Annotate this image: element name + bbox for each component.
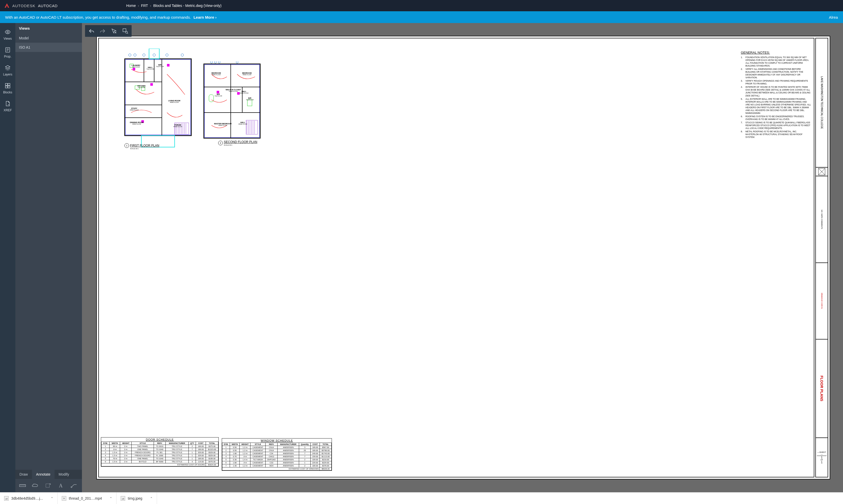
bottom-tabs: Draw Annotate Modify xyxy=(15,470,82,479)
svg-rect-45 xyxy=(133,68,135,70)
drawing-sheet: LAUNDRYTILE FLOOR HALLTILE FLOOR B/RTILE… xyxy=(96,36,830,480)
svg-point-72 xyxy=(210,61,212,63)
plan1-circle: 1 xyxy=(124,143,129,148)
plan2-title: SECOND FLOOR PLAN xyxy=(224,140,257,144)
svg-point-75 xyxy=(236,61,238,63)
room-hall3: HALLHRWD FLOOR xyxy=(238,122,247,125)
text-icon[interactable]: A xyxy=(57,482,65,489)
room-bedroom2: BEDROOMHRWD FLOOR xyxy=(242,72,252,75)
download-item[interactable]: thread_0_201....mp4 ⌃ xyxy=(58,492,117,504)
door-schedule: DOOR SCHEDULE SYM.WIDTHHEIGHTSTYLEREF#MA… xyxy=(101,437,219,467)
download-item[interactable]: 3db48e4d5bd9....j... ⌃ xyxy=(0,492,58,504)
autodesk-logo-icon xyxy=(4,2,10,9)
room-porum: PORUMHRWD FLOOR xyxy=(173,124,182,127)
window-schedule: WINDOW SCHEDULE SYM.WIDTHHEIGHTSTYLEREF#… xyxy=(222,438,332,471)
redo-button[interactable] xyxy=(97,26,108,36)
svg-point-54 xyxy=(181,54,184,56)
svg-rect-61 xyxy=(246,120,258,134)
left-rail: Views Prop. Layers Blocks XREF xyxy=(0,23,15,492)
download-strip: 3db48e4d5bd9....j... ⌃ thread_0_201....m… xyxy=(0,492,843,504)
room-master: MASTER BEDROOMHRWD FLOOR xyxy=(214,123,231,126)
svg-rect-82 xyxy=(121,497,125,500)
rail-views[interactable]: Views xyxy=(0,25,15,43)
clear-select-button[interactable] xyxy=(108,26,119,36)
chevron-up-icon: ⌃ xyxy=(109,497,112,500)
side-panel: Views Model ISO A1 Draw Annotate Modify … xyxy=(15,23,82,492)
breadcrumb-home[interactable]: Home xyxy=(126,4,136,8)
download-item[interactable]: timg.jpeg ⌃ xyxy=(117,492,157,504)
zoom-window-button[interactable] xyxy=(120,26,131,36)
svg-point-21 xyxy=(125,31,127,33)
breadcrumb: Home › FRT › Blocks and Tables - Metric.… xyxy=(126,4,222,8)
leader-icon[interactable] xyxy=(70,482,78,489)
svg-rect-79 xyxy=(5,497,8,500)
room-living: LIVING ROOMHRWD FLOOR xyxy=(168,100,180,103)
viewport-toolbar xyxy=(85,25,132,37)
room-hall2: HALLHRWD FLOOR xyxy=(240,91,248,94)
title-block: LAKE WASHINGTON TECHNICAL COLLEGE NO. DA… xyxy=(815,38,828,478)
view-item-isoa1[interactable]: ISO A1 xyxy=(15,43,82,52)
layers-icon xyxy=(4,65,11,71)
learn-more-link[interactable]: Learn More › xyxy=(194,15,217,19)
room-walkin: WALK-IN CLOSETHRWD FLOOR xyxy=(226,89,241,92)
tab-draw[interactable]: Draw xyxy=(15,470,32,479)
svg-rect-71 xyxy=(237,92,240,95)
svg-point-52 xyxy=(153,54,155,56)
chevron-up-icon: ⌃ xyxy=(150,497,153,500)
image-file-icon xyxy=(4,496,9,501)
svg-rect-70 xyxy=(217,91,219,93)
svg-point-53 xyxy=(166,54,168,56)
revcloud-icon[interactable] xyxy=(32,482,39,489)
svg-line-22 xyxy=(127,33,128,34)
rect-select-icon[interactable] xyxy=(45,482,52,489)
image-file-icon xyxy=(121,496,125,501)
brand-primary: AUTODESK xyxy=(12,4,35,8)
measure-icon[interactable] xyxy=(19,482,26,489)
eye-icon xyxy=(4,29,11,35)
svg-point-0 xyxy=(7,31,8,33)
breadcrumb-frt[interactable]: FRT xyxy=(141,4,148,8)
subscription-banner: With an AutoCAD or AutoCAD LT subscripti… xyxy=(0,11,843,23)
svg-rect-20 xyxy=(123,29,126,32)
undo-button[interactable] xyxy=(86,26,97,36)
properties-icon xyxy=(4,47,11,53)
viewport[interactable]: LAUNDRYTILE FLOOR HALLTILE FLOOR B/RTILE… xyxy=(82,23,843,492)
rail-layers[interactable]: Layers xyxy=(0,61,15,79)
side-panel-title: Views xyxy=(15,23,82,34)
svg-point-49 xyxy=(128,54,131,56)
svg-rect-69 xyxy=(247,100,252,106)
view-item-model[interactable]: Model xyxy=(15,34,82,43)
room-br2: B/RTILE FLOOR xyxy=(214,93,222,97)
second-floor-plan: BEDROOMHRWD FLOOR BEDROOMHRWD FLOOR WALK… xyxy=(201,61,263,148)
plan2-circle: 2 xyxy=(218,141,223,145)
svg-rect-46 xyxy=(150,83,153,86)
tab-modify[interactable]: Modify xyxy=(54,470,73,479)
room-hall: HALLTILE FLOOR xyxy=(147,67,154,70)
general-notes: GENERAL NOTES: 1.FOUNDATION VENTILATION … xyxy=(741,51,811,139)
svg-rect-41 xyxy=(149,49,159,59)
svg-point-50 xyxy=(134,54,136,56)
room-bedroom1: BEDROOMHRWD FLOOR xyxy=(211,72,221,75)
plan1-scale: SCALE 30:1 xyxy=(130,148,139,149)
tab-annotate[interactable]: Annotate xyxy=(32,470,54,479)
chevron-right-icon: › xyxy=(138,4,139,8)
chevron-up-icon: ⌃ xyxy=(51,497,53,500)
svg-rect-7 xyxy=(8,84,10,86)
svg-rect-15 xyxy=(46,484,49,487)
rail-blocks[interactable]: Blocks xyxy=(0,79,15,97)
svg-point-17 xyxy=(71,487,72,488)
first-floor-plan: LAUNDRYTILE FLOOR HALLTILE FLOOR B/RTILE… xyxy=(116,49,198,148)
breadcrumb-current: Blocks and Tables - Metric.dwg (View-onl… xyxy=(153,4,222,8)
svg-rect-6 xyxy=(5,84,7,86)
room-kitchen: KITCHENTILE FLOOR xyxy=(138,85,145,88)
rail-xref[interactable]: XREF xyxy=(0,97,15,115)
room-dining: DINNING ROOMHRWD FLOOR xyxy=(130,122,143,125)
room-br3: B/RTILE FLOOR xyxy=(246,97,254,101)
chevron-right-icon: › xyxy=(215,15,217,19)
rail-properties[interactable]: Prop. xyxy=(0,43,15,61)
svg-rect-8 xyxy=(5,86,7,88)
chevron-right-icon: › xyxy=(150,4,151,8)
video-file-icon xyxy=(62,496,66,501)
svg-rect-56 xyxy=(205,65,259,138)
tool-row: A xyxy=(15,479,82,492)
